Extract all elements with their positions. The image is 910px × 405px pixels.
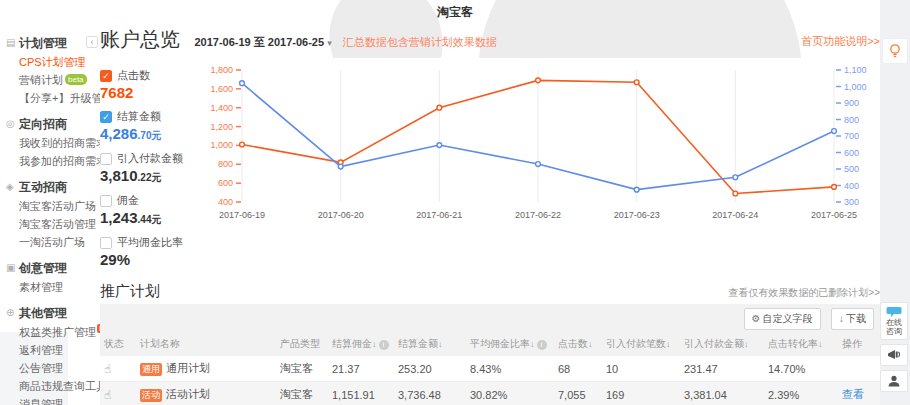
sidebar-item[interactable]: 我收到的招商需求 bbox=[19, 134, 100, 152]
column-header: 计划名称 bbox=[136, 332, 276, 356]
sidebar-item-label: 营销计划 bbox=[19, 74, 63, 86]
announcement-button[interactable] bbox=[880, 344, 908, 366]
sidebar-item[interactable]: 素材管理 bbox=[19, 278, 100, 296]
column-header[interactable]: 结算金额↓ bbox=[394, 332, 466, 356]
sidebar-item[interactable]: 淘宝客活动广场 bbox=[19, 197, 100, 215]
status-cell: ☝ bbox=[100, 382, 136, 405]
metric-toggle[interactable]: 平均佣金比率 bbox=[100, 235, 208, 250]
sidebar-group-header[interactable]: ◈互动招商 bbox=[6, 179, 100, 195]
column-header[interactable]: 结算佣金↓i bbox=[328, 332, 394, 356]
hand-status-icon[interactable]: ☝ bbox=[104, 362, 111, 376]
download-button[interactable]: ↓下载 bbox=[831, 308, 874, 330]
sidebar-item[interactable]: 我参加的招商需求 bbox=[19, 152, 100, 170]
table-body: ☝通用通用计划淘宝客21.37253.208.43%6810231.4714.7… bbox=[100, 356, 880, 405]
data-point[interactable] bbox=[832, 129, 837, 134]
hand-status-icon[interactable]: ☝ bbox=[104, 388, 111, 402]
column-header[interactable]: 点击数↓ bbox=[554, 332, 602, 356]
column-header[interactable]: 引入付款笔数↓ bbox=[602, 332, 680, 356]
sidebar-item[interactable]: 一淘活动广场 bbox=[19, 233, 100, 251]
sidebar-item[interactable]: 淘宝客活动管理 bbox=[19, 215, 100, 233]
sort-arrow-icon[interactable]: ↓ bbox=[666, 339, 671, 349]
svg-text:1,400: 1,400 bbox=[210, 103, 233, 113]
sidebar-group: ▣创意管理素材管理 bbox=[6, 260, 100, 296]
download-label: 下载 bbox=[846, 313, 866, 324]
data-point[interactable] bbox=[437, 143, 442, 148]
sidebar-item[interactable]: 【分享+】升级管理 bbox=[19, 89, 100, 107]
data-point[interactable] bbox=[634, 80, 639, 85]
sort-arrow-icon[interactable]: ↓ bbox=[438, 339, 443, 349]
sidebar-item[interactable]: 返利管理 bbox=[19, 341, 100, 359]
sidebar-item-label: 我参加的招商需求 bbox=[19, 155, 107, 167]
app-title: 淘宝客 bbox=[437, 5, 473, 19]
checked-checkbox[interactable]: ✓ bbox=[100, 111, 112, 123]
date-range-label: 2017-06-19 至 2017-06-25 bbox=[194, 36, 324, 48]
svg-text:600: 600 bbox=[844, 148, 859, 158]
date-range-picker[interactable]: 2017-06-19 至 2017-06-25 ▾ bbox=[194, 36, 334, 48]
sidebar-item[interactable]: 商品违规查询工具 bbox=[19, 377, 100, 395]
unchecked-checkbox[interactable] bbox=[100, 237, 112, 249]
column-label: 状态 bbox=[104, 338, 124, 349]
data-point[interactable] bbox=[536, 78, 541, 83]
customize-fields-button[interactable]: ⚙自定义字段 bbox=[744, 308, 821, 330]
help-link[interactable]: 首页功能说明>> bbox=[801, 34, 880, 49]
sidebar-group-header[interactable]: ⊕其他管理 bbox=[6, 305, 100, 321]
action-cell bbox=[838, 356, 880, 382]
sort-arrow-icon[interactable]: ↓ bbox=[530, 339, 535, 349]
customer-service-button[interactable] bbox=[880, 370, 908, 392]
info-icon[interactable]: i bbox=[537, 340, 547, 350]
data-point[interactable] bbox=[832, 185, 837, 190]
data-point[interactable] bbox=[240, 81, 245, 86]
svg-text:400: 400 bbox=[844, 181, 859, 191]
metric-toggle[interactable]: ✓点击数 bbox=[100, 68, 208, 83]
unchecked-checkbox[interactable] bbox=[100, 153, 112, 165]
rate-cell: 8.43% bbox=[466, 356, 554, 382]
data-point[interactable] bbox=[437, 105, 442, 110]
overview-header: 账户总览 2017-06-19 至 2017-06-25 ▾ 汇总数据包含营销计… bbox=[100, 26, 880, 58]
sidebar-item[interactable]: 公告管理 bbox=[19, 359, 100, 377]
metric: 佣金1,243.44元 bbox=[100, 193, 208, 227]
sidebar-group-label: 其他管理 bbox=[19, 305, 67, 321]
metric-toggle[interactable]: 佣金 bbox=[100, 193, 208, 208]
sort-arrow-icon[interactable]: ↓ bbox=[818, 339, 823, 349]
column-header[interactable]: 点击转化率↓ bbox=[764, 332, 838, 356]
sort-arrow-icon[interactable]: ↓ bbox=[372, 339, 377, 349]
svg-text:700: 700 bbox=[844, 131, 859, 141]
metric-value: 7682 bbox=[100, 84, 208, 101]
svg-text:1,200: 1,200 bbox=[210, 122, 233, 132]
data-point[interactable] bbox=[733, 175, 738, 180]
sidebar-item[interactable]: 消息管理 bbox=[19, 395, 100, 405]
svg-text:2017-06-21: 2017-06-21 bbox=[416, 210, 462, 220]
column-header[interactable]: 平均佣金比率↓i bbox=[466, 332, 554, 356]
megaphone-icon bbox=[887, 348, 902, 362]
sidebar-item[interactable]: 营销计划beta bbox=[19, 71, 100, 89]
plan-icon: ▤ bbox=[6, 35, 19, 51]
sidebar-group-header[interactable]: ▣创意管理 bbox=[6, 260, 100, 276]
sidebar-group-header[interactable]: ◎定向招商 bbox=[6, 116, 100, 132]
sort-arrow-icon[interactable]: ↓ bbox=[588, 339, 593, 349]
column-header[interactable]: 引入付款金额↓ bbox=[680, 332, 764, 356]
collapse-button[interactable]: ‹ bbox=[86, 36, 98, 48]
view-link[interactable]: 查看 bbox=[842, 388, 864, 400]
line-chart-svg: 1,8001,6001,4001,2001,0008006004001,1001… bbox=[208, 58, 880, 226]
tips-button[interactable] bbox=[882, 38, 908, 64]
metric-toggle[interactable]: ✓结算金额 bbox=[100, 109, 208, 124]
header-row: 状态计划名称产品类型结算佣金↓i结算金额↓平均佣金比率↓i点击数↓引入付款笔数↓… bbox=[100, 332, 880, 356]
data-point[interactable] bbox=[536, 162, 541, 167]
unchecked-checkbox[interactable] bbox=[100, 195, 112, 207]
sidebar-item[interactable]: CPS计划管理 bbox=[19, 53, 100, 71]
metric-label: 佣金 bbox=[117, 193, 139, 208]
sidebar-item-label: 消息管理 bbox=[19, 398, 63, 405]
sidebar-item[interactable]: 权益类推广管理New bbox=[19, 323, 100, 341]
column-label: 引入付款金额 bbox=[684, 338, 744, 349]
column-header: 产品类型 bbox=[276, 332, 328, 356]
data-point[interactable] bbox=[338, 164, 343, 169]
data-point[interactable] bbox=[634, 187, 639, 192]
checked-checkbox[interactable]: ✓ bbox=[100, 70, 112, 82]
online-support-button[interactable]: 在线咨询 bbox=[880, 302, 908, 340]
deleted-plans-link[interactable]: 查看仅有效果数据的已删除计划>> bbox=[728, 286, 880, 300]
sort-arrow-icon[interactable]: ↓ bbox=[744, 339, 749, 349]
data-point[interactable] bbox=[733, 191, 738, 196]
data-point[interactable] bbox=[240, 142, 245, 147]
metric-toggle[interactable]: 引入付款金额 bbox=[100, 151, 208, 166]
info-icon[interactable]: i bbox=[379, 340, 389, 350]
